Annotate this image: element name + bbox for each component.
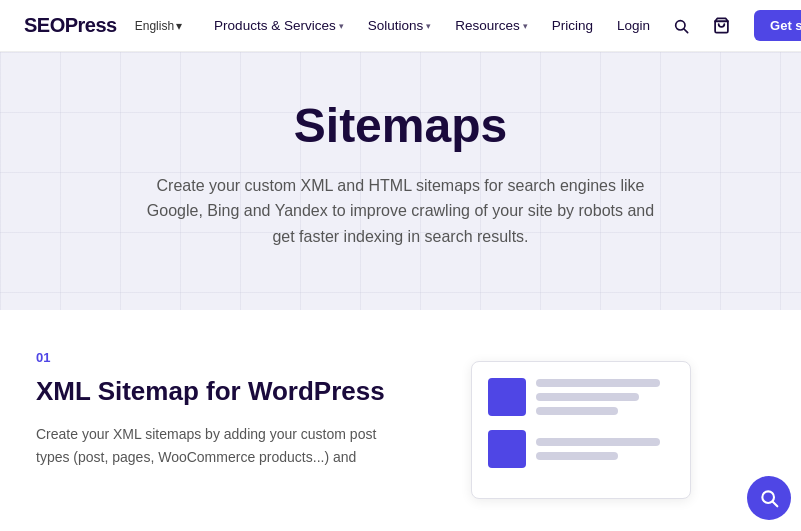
feature-section: 01 XML Sitemap for WordPress Create your… [0, 310, 801, 531]
logo[interactable]: SEOPress [24, 14, 117, 37]
feature-visual [441, 310, 801, 531]
step-number: 01 [36, 350, 405, 365]
nav-solutions[interactable]: Solutions ▾ [358, 12, 442, 39]
language-selector[interactable]: English ▾ [135, 19, 182, 33]
mockup-line [536, 379, 660, 387]
navbar: SEOPress English ▾ Products & Services ▾… [0, 0, 801, 52]
feature-text: 01 XML Sitemap for WordPress Create your… [0, 310, 441, 531]
nav-resources[interactable]: Resources ▾ [445, 12, 538, 39]
mockup-row-1 [488, 378, 674, 416]
svg-line-4 [773, 501, 778, 506]
mockup-square-icon [488, 430, 526, 468]
nav-links: Products & Services ▾ Solutions ▾ Resour… [204, 12, 660, 39]
mockup-card [471, 361, 691, 499]
logo-text: SEOPress [24, 14, 117, 37]
search-icon[interactable] [666, 11, 696, 41]
hero-description: Create your custom XML and HTML sitemaps… [141, 173, 661, 250]
mockup-lines-1 [536, 379, 674, 415]
mockup-line [536, 452, 619, 460]
get-started-button[interactable]: Get started › [754, 10, 801, 41]
svg-line-1 [684, 29, 688, 33]
hero-section: Sitemaps Create your custom XML and HTML… [0, 52, 801, 310]
mockup-lines-2 [536, 438, 674, 460]
mockup-line [536, 438, 660, 446]
nav-products[interactable]: Products & Services ▾ [204, 12, 354, 39]
feature-title: XML Sitemap for WordPress [36, 375, 405, 408]
nav-login[interactable]: Login [607, 12, 660, 39]
nav-icon-group: Get started › [666, 10, 801, 41]
nav-pricing[interactable]: Pricing [542, 12, 603, 39]
mockup-square-icon [488, 378, 526, 416]
chevron-down-icon: ▾ [176, 19, 182, 33]
hero-title: Sitemaps [24, 100, 777, 153]
chevron-down-icon: ▾ [426, 21, 431, 31]
cart-icon[interactable] [706, 11, 736, 41]
mockup-line [536, 407, 619, 415]
search-circle-button[interactable] [747, 476, 791, 520]
chevron-down-icon: ▾ [339, 21, 344, 31]
feature-description: Create your XML sitemaps by adding your … [36, 423, 405, 469]
chevron-down-icon: ▾ [523, 21, 528, 31]
mockup-line [536, 393, 640, 401]
mockup-row-2 [488, 430, 674, 468]
